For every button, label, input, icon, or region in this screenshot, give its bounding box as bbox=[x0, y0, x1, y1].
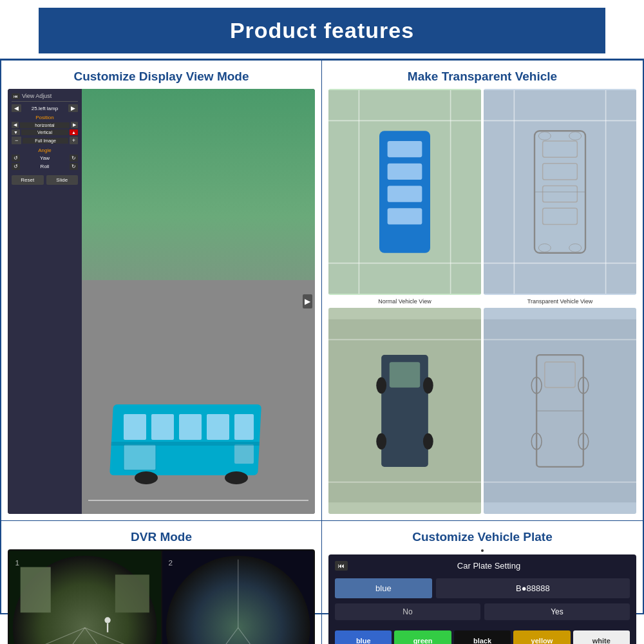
cell1-title: Customize Display View Mode bbox=[1, 61, 321, 89]
normal-label: Normal Vehicle View bbox=[328, 298, 481, 305]
svg-rect-40 bbox=[390, 362, 420, 388]
yaw-icon2: ↻ bbox=[70, 155, 78, 162]
transparent-label: Transparent Vehicle View bbox=[484, 298, 636, 305]
panel-header: ⏮ View Adjust bbox=[12, 93, 78, 102]
horizontal-row: ◀ horizontal ▶ bbox=[12, 122, 78, 128]
cell-transparent: Make Transparent Vehicle bbox=[322, 61, 643, 521]
plate-yesno-row: No Yes bbox=[335, 603, 630, 620]
horizontal-label: horizontal bbox=[20, 122, 70, 128]
plate-color-field[interactable]: blue bbox=[335, 578, 432, 598]
svg-point-41 bbox=[376, 377, 386, 393]
bottom-btns: Reset Slide bbox=[12, 175, 78, 185]
plate-yes-btn[interactable]: Yes bbox=[484, 603, 630, 620]
roll-icon2: ↻ bbox=[70, 163, 78, 170]
cell4-title: Customize Vehicle Plate bbox=[322, 521, 643, 549]
svg-point-42 bbox=[423, 377, 433, 393]
svg-rect-18 bbox=[388, 164, 422, 180]
cell4-content: ⏮ Car Plate Setting blue B●88888 No Yes … bbox=[322, 549, 643, 644]
camera-label: 25.left lamp bbox=[32, 106, 58, 111]
dvr-cam-2: 2 bbox=[162, 551, 314, 644]
svg-rect-61 bbox=[115, 574, 149, 612]
roll-icon1: ↺ bbox=[12, 163, 20, 170]
angle-label: Angle bbox=[12, 147, 78, 153]
transparent-truck-view bbox=[484, 308, 636, 514]
skip-icon: ⏮ bbox=[12, 93, 20, 99]
transparent-grid: Normal Vehicle View Transparent Vehicle … bbox=[328, 89, 636, 514]
plate-screen-header: ⏮ Car Plate Setting bbox=[335, 561, 630, 571]
normal-bus-svg bbox=[328, 89, 481, 295]
view-mode-screen: ⏮ View Adjust ◀ 25.left lamp ▶ Position … bbox=[8, 89, 315, 514]
road-markings bbox=[88, 500, 308, 501]
color-black-button[interactable]: black bbox=[454, 630, 511, 644]
nav-right-arrow[interactable]: ▶ bbox=[303, 294, 312, 308]
bus-svg bbox=[108, 392, 275, 495]
svg-rect-4 bbox=[207, 414, 229, 440]
svg-rect-6 bbox=[124, 444, 156, 470]
yaw-icon1: ↺ bbox=[12, 155, 20, 162]
view-panel: ⏮ View Adjust ◀ 25.left lamp ▶ Position … bbox=[8, 89, 82, 514]
plate-first-row: blue B●88888 bbox=[335, 578, 630, 598]
color-blue-button[interactable]: blue bbox=[335, 630, 392, 644]
dvr-cam-1: 1 bbox=[9, 551, 161, 644]
cell3-content: 1 bbox=[1, 549, 321, 644]
main-grid: Customize Display View Mode ⏮ View Adjus… bbox=[0, 61, 644, 614]
svg-rect-10 bbox=[111, 442, 260, 446]
plate-colors: blue green black yellow white bbox=[335, 630, 630, 644]
cell-plate: Customize Vehicle Plate ⏮ Car Plate Sett… bbox=[322, 521, 643, 644]
svg-point-8 bbox=[135, 471, 158, 484]
svg-point-44 bbox=[423, 433, 433, 450]
h-left-icon[interactable]: ◀ bbox=[12, 122, 19, 128]
cell1-content: ⏮ View Adjust ◀ 25.left lamp ▶ Position … bbox=[1, 89, 321, 520]
fisheye-cam1: 1 bbox=[9, 551, 161, 644]
indicator-dot bbox=[481, 549, 484, 552]
cell2-title: Make Transparent Vehicle bbox=[322, 61, 643, 89]
h-right-icon[interactable]: ▶ bbox=[71, 122, 78, 128]
color-white-button[interactable]: white bbox=[573, 630, 630, 644]
roll-row: ↺ Roll ↻ bbox=[12, 163, 78, 170]
fi-plus-icon[interactable]: + bbox=[70, 137, 78, 144]
position-label: Position bbox=[12, 115, 78, 120]
transparent-bus-svg bbox=[484, 89, 636, 295]
svg-point-62 bbox=[104, 617, 110, 623]
fullimage-label: Full Image bbox=[23, 138, 68, 144]
v-down-icon[interactable]: ▼ bbox=[12, 129, 20, 135]
plate-no-btn[interactable]: No bbox=[335, 603, 480, 620]
v-up-icon[interactable]: ▲ bbox=[70, 129, 78, 135]
color-green-button[interactable]: green bbox=[394, 630, 451, 644]
svg-rect-19 bbox=[388, 186, 422, 202]
svg-text:1: 1 bbox=[15, 558, 19, 567]
dvr-screen: 1 bbox=[8, 549, 315, 644]
svg-rect-60 bbox=[21, 567, 51, 613]
plate-screen: ⏮ Car Plate Setting blue B●88888 No Yes … bbox=[328, 554, 636, 644]
page-title: Product features bbox=[39, 18, 605, 43]
vertical-row: ▼ Vertical ▲ bbox=[12, 129, 78, 135]
cell-dvr: DVR Mode bbox=[1, 521, 322, 644]
fullimg-row: − Full Image + bbox=[12, 137, 78, 144]
arrow-right-icon[interactable]: ▶ bbox=[68, 104, 78, 112]
plate-number-field[interactable]: B●88888 bbox=[436, 578, 630, 598]
fi-minus-icon[interactable]: − bbox=[12, 137, 21, 144]
svg-rect-1 bbox=[124, 414, 146, 440]
header-banner: Product features bbox=[39, 8, 605, 53]
color-yellow-button[interactable]: yellow bbox=[513, 630, 570, 644]
svg-rect-2 bbox=[151, 414, 174, 440]
yaw-row: ↺ Yaw ↻ bbox=[12, 155, 78, 162]
transparent-truck-svg bbox=[484, 308, 636, 514]
panel-header-label: View Adjust bbox=[22, 93, 52, 99]
svg-rect-3 bbox=[179, 414, 202, 440]
reset-button[interactable]: Reset bbox=[12, 175, 44, 185]
plate-screen-title: Car Plate Setting bbox=[348, 561, 630, 571]
slide-button[interactable]: Slide bbox=[46, 175, 79, 185]
svg-text:2: 2 bbox=[168, 558, 173, 567]
svg-point-9 bbox=[225, 471, 248, 484]
svg-rect-7 bbox=[234, 444, 254, 464]
cell2-content: Normal Vehicle View Transparent Vehicle … bbox=[322, 89, 643, 520]
fisheye-cam2: 2 bbox=[162, 551, 314, 644]
normal-bus-view bbox=[328, 89, 481, 295]
svg-point-43 bbox=[376, 433, 386, 450]
arrow-left-icon[interactable]: ◀ bbox=[12, 104, 21, 112]
cell3-title: DVR Mode bbox=[1, 521, 321, 549]
normal-truck-view bbox=[328, 308, 481, 514]
normal-truck-svg bbox=[328, 308, 481, 514]
plate-skip-icon[interactable]: ⏮ bbox=[335, 561, 348, 571]
